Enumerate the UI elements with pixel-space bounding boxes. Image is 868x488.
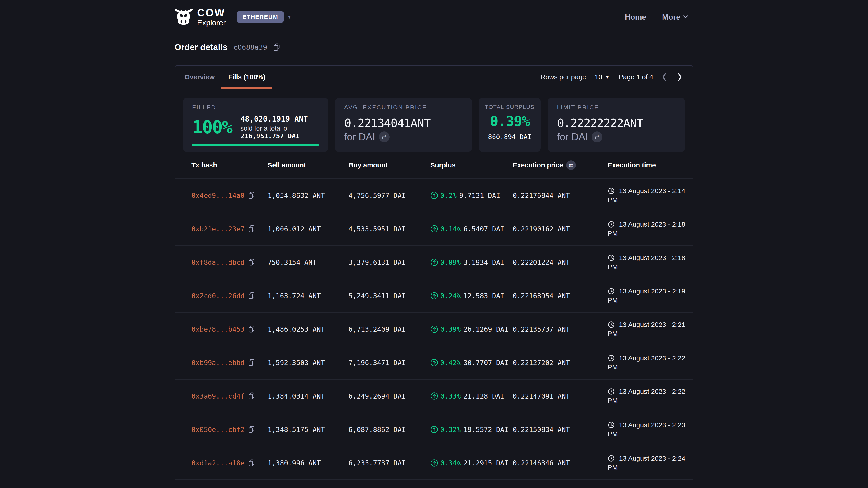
- buy-amount: 6,249.2694 DAI: [348, 392, 430, 400]
- copy-tx-hash-button[interactable]: [248, 392, 255, 400]
- nav-home-label: Home: [625, 13, 646, 22]
- total-surplus-card: TOTAL SURPLUS 0.39% 860.894 DAI: [479, 98, 541, 152]
- total-surplus-percent: 0.39%: [490, 113, 530, 129]
- order-id: c0688a39: [233, 43, 267, 51]
- col-execution-price: Execution price ⇄: [513, 160, 608, 170]
- sell-amount: 1,163.724 ANT: [268, 292, 348, 300]
- tx-hash-link[interactable]: 0xb99a...ebbd: [191, 359, 245, 367]
- col-surplus: Surplus: [430, 161, 513, 169]
- tx-hash-link[interactable]: 0x4ed9...14a0: [191, 192, 245, 199]
- buy-amount: 4,533.5951 DAI: [348, 225, 430, 233]
- execution-price: 0.22190162 ANT: [513, 225, 608, 233]
- filled-progress-bar: [192, 144, 319, 146]
- sell-amount: 1,486.0253 ANT: [268, 325, 348, 333]
- execution-price: 0.22127202 ANT: [513, 359, 608, 367]
- table-row: 0xb21e...23e7 1,006.012 ANT 4,533.5951 D…: [175, 213, 693, 246]
- sell-amount: 1,384.0314 ANT: [268, 392, 348, 400]
- buy-amount: 7,196.3471 DAI: [348, 359, 430, 367]
- table-row: 0x2cd0...26dd 1,163.724 ANT 5,249.3411 D…: [175, 279, 693, 313]
- swap-icon[interactable]: ⇄: [566, 160, 576, 170]
- chevron-right-icon: [677, 72, 683, 82]
- copy-tx-hash-button[interactable]: [248, 225, 255, 233]
- copy-tx-hash-button[interactable]: [248, 192, 255, 199]
- table-row: 0x3a69...cd4f 1,384.0314 ANT 6,249.2694 …: [175, 380, 693, 413]
- surplus-percent: 0.33%: [440, 392, 461, 400]
- tab-overview[interactable]: Overview: [178, 66, 221, 89]
- tx-hash-link[interactable]: 0xb21e...23e7: [191, 225, 245, 233]
- next-page-button[interactable]: [675, 72, 684, 82]
- copy-tx-hash-button[interactable]: [248, 459, 255, 467]
- table-row: 0xd1a2...a18e 1,380.996 ANT 6,235.7737 D…: [175, 447, 693, 480]
- surplus: 0.39%26.1269 DAI: [430, 325, 513, 333]
- copy-icon: [248, 192, 255, 199]
- execution-price: 0.22147091 ANT: [513, 392, 608, 400]
- copy-tx-hash-button[interactable]: [248, 258, 255, 266]
- surplus-percent: 0.39%: [440, 325, 461, 333]
- copy-icon: [248, 392, 255, 400]
- buy-amount: 4,756.5977 DAI: [348, 192, 430, 199]
- copy-icon: [248, 258, 255, 266]
- surplus-amount: 21.128 DAI: [463, 392, 504, 400]
- network-selector[interactable]: ETHEREUM ▼: [237, 11, 292, 23]
- tx-hash-link[interactable]: 0x2cd0...26dd: [191, 292, 245, 300]
- brand-line1: COW: [197, 7, 226, 18]
- fills-panel: Overview Fills (100%) Rows per page: 10 …: [175, 65, 693, 488]
- tx-hash-link[interactable]: 0x050e...cbf2: [191, 426, 245, 433]
- avg-price-unit: for DAI: [344, 131, 375, 142]
- surplus-amount: 19.5572 DAI: [463, 426, 508, 433]
- sell-amount: 1,592.3503 ANT: [268, 359, 348, 367]
- buy-amount: 6,087.8862 DAI: [348, 426, 430, 433]
- limit-price-card: LIMIT PRICE 0.22222222ANT for DAI ⇄: [548, 98, 685, 152]
- copy-tx-hash-button[interactable]: [248, 426, 255, 433]
- copy-icon: [248, 426, 255, 433]
- table-header: Tx hash Sell amount Buy amount Surplus E…: [175, 152, 693, 179]
- swap-icon[interactable]: ⇄: [379, 131, 390, 142]
- table-row: 0x050e...cbf2 1,348.5175 ANT 6,087.8862 …: [175, 413, 693, 447]
- cow-explorer-logo[interactable]: COW Explorer: [175, 7, 226, 26]
- buy-amount: 6,235.7737 DAI: [348, 459, 430, 467]
- col-tx-hash: Tx hash: [191, 161, 268, 169]
- clock-icon: [608, 455, 615, 462]
- copy-order-id-button[interactable]: [273, 43, 280, 51]
- pagination: Rows per page: 10 ▼ Page 1 of 4: [540, 66, 684, 89]
- copy-icon: [248, 292, 255, 300]
- swap-icon[interactable]: ⇄: [592, 131, 602, 142]
- nav-more-label: More: [662, 13, 680, 22]
- surplus-percent: 0.42%: [440, 359, 461, 367]
- limit-price-label: LIMIT PRICE: [557, 104, 676, 111]
- tab-fills[interactable]: Fills (100%): [221, 66, 272, 89]
- panel-top: Overview Fills (100%) Rows per page: 10 …: [175, 66, 693, 89]
- execution-price: 0.22201224 ANT: [513, 258, 608, 266]
- rows-per-page-value: 10: [595, 73, 602, 81]
- network-badge[interactable]: ETHEREUM: [237, 11, 284, 23]
- sell-amount: 1,348.5175 ANT: [268, 426, 348, 433]
- copy-tx-hash-button[interactable]: [248, 325, 255, 333]
- page-title: Order details: [175, 42, 227, 52]
- nav-more[interactable]: More: [662, 13, 688, 22]
- cow-logo-icon: [175, 9, 193, 25]
- table-body: 0x4ed9...14a0 1,054.8632 ANT 4,756.5977 …: [175, 179, 693, 480]
- execution-time: 13 August 2023 - 2:18 PM: [608, 253, 686, 271]
- main-nav: Home More: [625, 13, 693, 22]
- col-execution-time: Execution time: [608, 161, 686, 169]
- col-buy-amount: Buy amount: [348, 161, 430, 169]
- execution-time: 13 August 2023 - 2:22 PM: [608, 387, 686, 405]
- tx-hash-link[interactable]: 0xbe78...b453: [191, 325, 245, 333]
- tx-hash-link[interactable]: 0xf8da...dbcd: [191, 258, 245, 266]
- tabs: Overview Fills (100%): [178, 66, 272, 89]
- chevron-down-icon[interactable]: ▼: [287, 14, 292, 20]
- arrow-up-circle-icon: [430, 392, 438, 400]
- rows-per-page-select[interactable]: 10 ▼: [595, 73, 610, 81]
- brand: COW Explorer ETHEREUM ▼: [175, 7, 291, 26]
- arrow-up-circle-icon: [430, 359, 438, 366]
- brand-wordmark: COW Explorer: [197, 7, 226, 26]
- sell-amount: 750.3154 ANT: [268, 258, 348, 266]
- nav-home[interactable]: Home: [625, 13, 646, 22]
- prev-page-button[interactable]: [660, 72, 669, 82]
- copy-tx-hash-button[interactable]: [248, 359, 255, 366]
- tx-hash-link[interactable]: 0xd1a2...a18e: [191, 459, 245, 467]
- copy-tx-hash-button[interactable]: [248, 292, 255, 300]
- execution-price: 0.22150834 ANT: [513, 426, 608, 433]
- surplus-amount: 30.7707 DAI: [463, 359, 508, 367]
- tx-hash-link[interactable]: 0x3a69...cd4f: [191, 392, 245, 400]
